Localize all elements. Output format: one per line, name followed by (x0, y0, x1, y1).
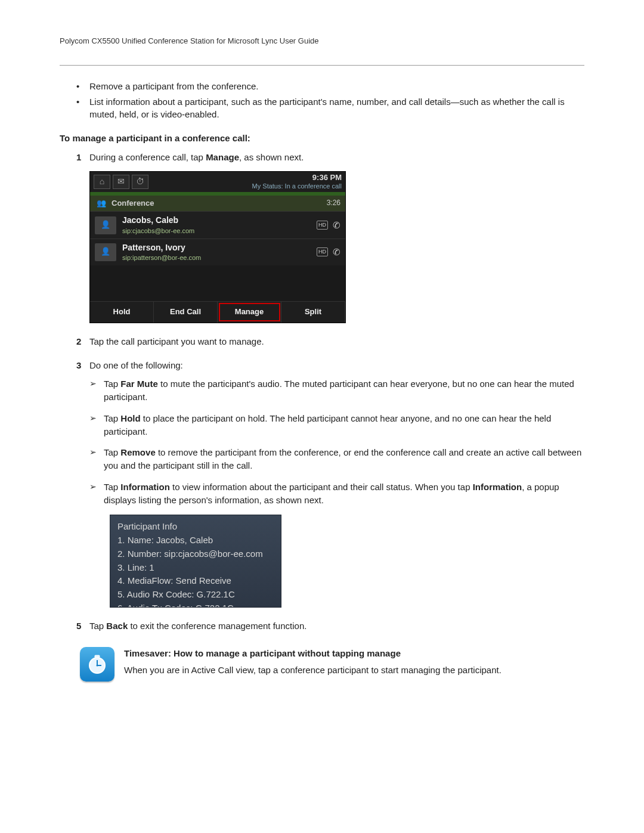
arrow-item: Tap Information to view information abou… (89, 481, 584, 507)
phone-icon: ✆ (333, 219, 340, 232)
arrow-item: Tap Far Mute to mute the participant's a… (89, 377, 584, 404)
avatar-icon: 👤 (95, 243, 116, 261)
clock-time: 9:36 PM (252, 174, 342, 182)
arrow-pre: Tap (104, 447, 120, 457)
arrow-pre: Tap (104, 482, 120, 492)
call-duration: 3:26 (327, 198, 340, 208)
info-line: 6. Audio Tx Codec: G.722.1C (117, 602, 274, 608)
step5-post: to exit the conference management functi… (128, 621, 306, 631)
home-icon[interactable]: ⌂ (94, 175, 110, 189)
info-line: 5. Audio Rx Codec: G.722.1C (117, 588, 274, 601)
step-3: Do one of the following: Tap Far Mute to… (76, 359, 584, 608)
doc-header: Polycom CX5500 Unified Conference Statio… (60, 36, 584, 53)
hd-badge: HD (317, 247, 328, 256)
step1-post: , as shown next. (239, 152, 304, 162)
split-button[interactable]: Split (281, 302, 345, 323)
info-line: 4. MediaFlow: Send Receive (117, 574, 274, 587)
conference-screenshot: ⌂ ✉ ⏱ 9:36 PM My Status: In a conference… (89, 171, 346, 323)
conference-title: Conference (112, 198, 154, 209)
intro-bullet: Remove a participant from the conference… (76, 80, 584, 93)
information-bold: Information (120, 482, 170, 492)
phone-icon: ✆ (333, 246, 340, 259)
far-mute-bold: Far Mute (120, 379, 158, 389)
intro-bullet: List information about a participant, su… (76, 95, 584, 122)
participant-row[interactable]: 👤 Patterson, Ivory sip:ipatterson@bor-ee… (90, 239, 345, 265)
participant-name: Patterson, Ivory (122, 241, 317, 253)
participant-address: sip:ipatterson@bor-ee.com (122, 253, 317, 263)
status-line: My Status: In a conference call (252, 182, 342, 190)
participant-address: sip:cjacobs@bor-ee.com (122, 227, 317, 236)
manage-button[interactable]: Manage (218, 302, 281, 323)
info-line: Participant Info (117, 520, 274, 533)
participant-info-screenshot: Participant Info 1. Name: Jacobs, Caleb … (110, 515, 281, 608)
arrow-item: Tap Hold to place the participant on hol… (89, 412, 584, 438)
arrow-post: to mute the participant's audio. The mut… (104, 379, 574, 402)
timesaver-title: Timesaver: How to manage a participant w… (124, 647, 501, 660)
svg-rect-1 (95, 655, 100, 658)
timesaver-body: When you are in Active Call view, tap a … (124, 664, 501, 677)
back-bold: Back (106, 621, 128, 631)
hold-bold: Hold (120, 413, 140, 423)
step3-lead: Do one of the following: (89, 360, 183, 370)
step5-pre: Tap (89, 621, 106, 631)
participant-name: Jacobs, Caleb (122, 214, 317, 226)
clock-icon[interactable]: ⏱ (132, 175, 148, 189)
timesaver-icon (80, 647, 114, 682)
information-bold2: Information (473, 482, 522, 492)
info-line: 2. Number: sip:cjacobs@bor-ee.com (117, 547, 274, 561)
remove-bold: Remove (120, 447, 155, 457)
timesaver-callout: Timesaver: How to manage a participant w… (80, 647, 584, 682)
arrow-pre: Tap (104, 379, 120, 389)
arrow-post: to remove the participant from the confe… (104, 447, 581, 470)
hold-button[interactable]: Hold (90, 302, 154, 323)
step-1: During a conference call, tap Manage, as… (76, 151, 584, 323)
info-line: 1. Name: Jacobs, Caleb (117, 534, 274, 547)
arrow-item: Tap Remove to remove the participant fro… (89, 446, 584, 472)
avatar-icon: 👤 (95, 216, 116, 234)
step1-pre: During a conference call, tap (89, 152, 206, 162)
arrow-mid: to view information about the participan… (170, 482, 473, 492)
manage-bold: Manage (206, 152, 239, 162)
participant-row[interactable]: 👤 Jacobs, Caleb sip:cjacobs@bor-ee.com H… (90, 211, 345, 238)
end-call-button[interactable]: End Call (154, 302, 218, 323)
svg-point-4 (97, 665, 98, 667)
conference-icon: 👥 (95, 198, 108, 209)
hd-badge: HD (317, 221, 328, 230)
step-2: Tap the call participant you want to man… (76, 335, 584, 348)
envelope-icon[interactable]: ✉ (113, 175, 129, 189)
arrow-pre: Tap (104, 413, 120, 423)
intro-bullets: Remove a participant from the conference… (76, 80, 584, 121)
arrow-post: to place the participant on hold. The he… (104, 413, 551, 436)
header-divider (60, 65, 584, 66)
procedure-heading: To manage a participant in a conference … (60, 132, 584, 145)
step-5: Tap Back to exit the conference manageme… (76, 620, 584, 633)
info-line: 3. Line: 1 (117, 561, 274, 574)
